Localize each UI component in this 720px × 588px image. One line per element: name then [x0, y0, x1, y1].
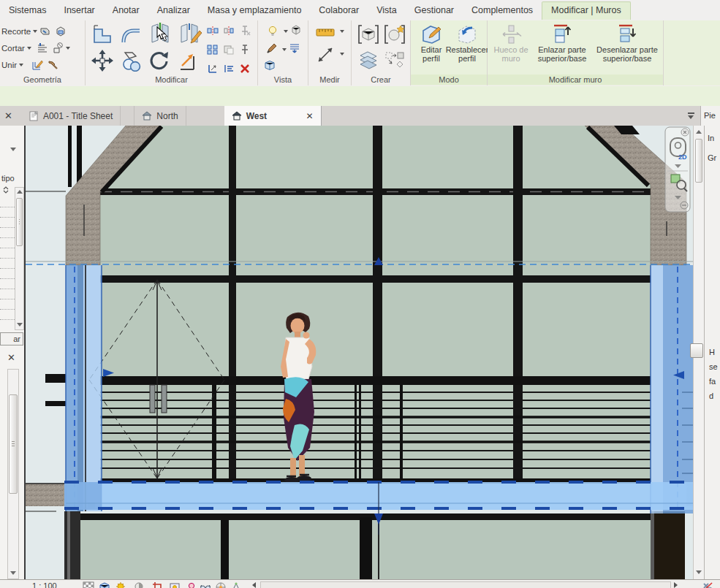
restablecer-perfil-button[interactable]: Restablecer perfil: [449, 23, 485, 63]
delete-icon[interactable]: [239, 63, 251, 75]
show-crop-region-icon[interactable]: [169, 581, 181, 588]
panel-label-modificar-muro[interactable]: Modificar muro: [488, 75, 663, 85]
navigation-bar[interactable]: 2D: [665, 127, 690, 212]
panel-label-modo[interactable]: Modo: [411, 75, 487, 85]
mirror-icon[interactable]: [207, 44, 219, 56]
panel-label-medir[interactable]: Medir: [308, 75, 351, 85]
selected-right-wall[interactable]: [651, 265, 694, 513]
shadows-icon[interactable]: [134, 581, 145, 588]
worksharing-display-icon[interactable]: [215, 581, 227, 588]
selection-toggle-icon[interactable]: [702, 581, 713, 588]
horizontal-scrollbar[interactable]: [260, 581, 671, 588]
lower-mullion-right[interactable]: [654, 511, 685, 579]
align-icon[interactable]: [207, 25, 219, 37]
measure-arrow-icon[interactable]: [316, 45, 335, 64]
tab-list-dropdown-icon[interactable]: [682, 112, 700, 119]
tab-analizar[interactable]: Analizar: [148, 1, 199, 20]
cope-icon[interactable]: [121, 23, 143, 45]
apply-coping-icon[interactable]: [39, 26, 51, 37]
mullion-vertical[interactable]: [229, 126, 236, 484]
view-tab-north[interactable]: North: [134, 106, 186, 126]
move-icon[interactable]: [91, 50, 113, 72]
array-icon[interactable]: [223, 44, 235, 56]
copy-icon[interactable]: [121, 50, 143, 72]
justify-icon[interactable]: [223, 63, 235, 75]
mullion-vertical[interactable]: [513, 126, 523, 484]
create-similar-icon[interactable]: [384, 23, 406, 45]
editar-perfil-button[interactable]: Editar perfil: [415, 23, 447, 63]
desenlazar-parte-button[interactable]: Desenlazar parte superior/base: [594, 23, 660, 63]
chevron-down-icon[interactable]: [340, 30, 344, 33]
hidden-window-icon[interactable]: [264, 60, 276, 72]
enlazar-parte-button[interactable]: Enlazar parte superior/base: [533, 23, 591, 63]
cortar-dropdown[interactable]: Cortar: [1, 39, 85, 56]
tab-modificar-muros[interactable]: Modificar | Muros: [542, 1, 631, 20]
mullion-vertical-center[interactable]: [373, 126, 382, 482]
view-scale-label[interactable]: 1 : 100: [32, 581, 57, 588]
reveal-hidden-elements-icon[interactable]: [186, 581, 197, 588]
unpin-icon[interactable]: [239, 25, 251, 37]
view-tab-west[interactable]: West ✕: [224, 106, 322, 126]
lower-mullion-left[interactable]: [64, 511, 80, 579]
trim-extend-icon[interactable]: [178, 50, 200, 72]
wall-assembly-icon[interactable]: [357, 50, 379, 72]
cut-geometry-icon[interactable]: [55, 26, 67, 37]
crop-view-icon[interactable]: [152, 581, 164, 588]
recorte-dropdown[interactable]: Recorte: [1, 23, 85, 39]
properties-scrollbar[interactable]: [15, 187, 24, 330]
offset-icon[interactable]: [223, 25, 235, 37]
unir-dropdown[interactable]: Unir: [1, 56, 85, 73]
chevron-down-icon[interactable]: [284, 30, 288, 33]
detail-level-icon[interactable]: [83, 581, 94, 588]
create-group-icon[interactable]: [357, 23, 379, 45]
visual-style-icon[interactable]: [99, 581, 110, 588]
sort-icon[interactable]: [1, 186, 10, 194]
tab-insertar[interactable]: Insertar: [55, 1, 103, 20]
drawing-area[interactable]: 2D: [24, 126, 694, 579]
lightbulb-icon[interactable]: [267, 26, 278, 37]
void-cut-icon[interactable]: [52, 42, 64, 54]
lower-mullion[interactable]: [221, 520, 229, 579]
pin-icon[interactable]: [239, 44, 251, 56]
scale-icon[interactable]: [207, 63, 219, 75]
thin-lines-icon[interactable]: [289, 42, 300, 54]
tab-anotar[interactable]: Anotar: [104, 1, 148, 20]
close-view-tab-icon[interactable]: ✕: [306, 111, 314, 121]
chevron-down-icon[interactable]: [282, 48, 287, 51]
view-tab-a001[interactable]: A001 - Title Sheet: [21, 106, 121, 126]
convert-parts-icon[interactable]: [384, 50, 406, 72]
panel-label-modificar[interactable]: Modificar: [86, 75, 257, 85]
edit-boundary-icon[interactable]: [31, 59, 43, 71]
rotate-icon[interactable]: [148, 50, 170, 72]
sun-path-icon[interactable]: [115, 581, 127, 588]
apply-button-truncated[interactable]: ar: [0, 332, 23, 345]
browser-scrollbar[interactable]: [7, 369, 19, 579]
tab-gestionar[interactable]: Gestionar: [406, 1, 463, 20]
wall-corner-icon[interactable]: [91, 23, 113, 45]
hscroll-left-icon[interactable]: [252, 582, 256, 588]
hscroll-right-icon[interactable]: [674, 582, 678, 588]
analytical-model-icon[interactable]: [230, 581, 242, 588]
chevron-down-icon[interactable]: [10, 148, 16, 151]
brush-icon[interactable]: [265, 42, 277, 54]
hammer-icon[interactable]: [47, 59, 58, 71]
tab-masa-y-emplazamiento[interactable]: Masa y emplazamiento: [199, 1, 311, 20]
close-palette-icon[interactable]: ✕: [0, 106, 17, 126]
wall-layers-icon[interactable]: [37, 42, 48, 54]
panel-label-geometria[interactable]: Geometría: [0, 75, 85, 85]
tab-colaborar[interactable]: Colaborar: [310, 1, 368, 20]
close-browser-icon[interactable]: ✕: [7, 352, 15, 363]
tab-sistemas[interactable]: Sistemas: [0, 1, 55, 20]
lower-mullion[interactable]: [360, 517, 372, 579]
navbar-close-icon[interactable]: [681, 129, 689, 136]
temporary-hide-isolate-icon[interactable]: [200, 581, 211, 588]
tab-vista[interactable]: Vista: [368, 1, 406, 20]
ruler-icon[interactable]: [316, 24, 335, 40]
panel-label-vista[interactable]: Vista: [258, 75, 308, 85]
render-box-icon[interactable]: [290, 24, 302, 36]
chevron-down-icon[interactable]: [340, 53, 344, 56]
panel-label-crear[interactable]: Crear: [352, 75, 410, 85]
split-with-gap-icon[interactable]: [178, 22, 202, 47]
tab-complementos[interactable]: Complementos: [463, 1, 542, 20]
panel-collapse-button[interactable]: [690, 343, 703, 358]
